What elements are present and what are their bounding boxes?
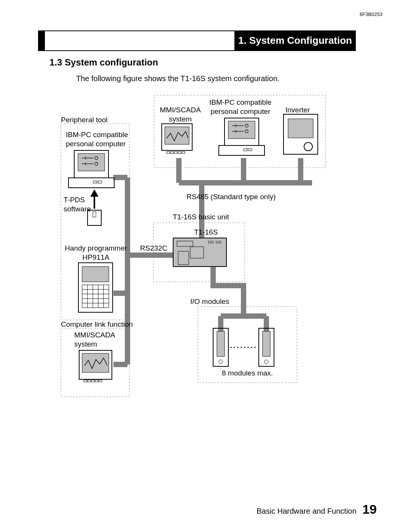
- io-module-right-icon: [259, 328, 274, 366]
- svg-point-80: [264, 360, 268, 364]
- svg-rect-0: [61, 124, 129, 320]
- inverter-icon: [284, 114, 318, 154]
- svg-rect-11: [182, 152, 185, 153]
- svg-marker-42: [91, 190, 98, 197]
- label-t116s: T1-16S: [194, 228, 218, 237]
- svg-rect-10: [178, 152, 181, 153]
- handy-programmer-icon: [78, 263, 113, 312]
- label-ibm-pc-top: IBM-PC compatible personal computer: [209, 98, 272, 116]
- footer-text: Basic Hardware and Function: [256, 507, 356, 515]
- label-rs232c: RS232C: [140, 244, 167, 253]
- svg-rect-61: [95, 380, 98, 382]
- label-ibm-pc-left: IBM-PC compatible personal computer: [66, 130, 128, 149]
- label-mmi-top: MMI/SCADA system: [160, 105, 201, 124]
- svg-point-27: [304, 142, 312, 151]
- label-rs485: RS485 (Standard type only): [186, 192, 276, 201]
- footer: Basic Hardware and Function 19: [256, 502, 377, 517]
- label-modules-max: 8 modules max.: [222, 369, 273, 378]
- io-module-left-icon: [213, 328, 228, 366]
- diagram: [0, 0, 411, 532]
- pc-top-icon: [219, 118, 264, 155]
- svg-rect-26: [288, 119, 313, 138]
- page-number: 19: [362, 502, 377, 516]
- label-mmi-left: MMI/SCADA system: [74, 331, 115, 349]
- pc-left-icon: [68, 150, 114, 188]
- mmi-top-icon: [162, 124, 192, 153]
- label-io-modules: I/O modules: [190, 297, 229, 306]
- svg-point-77: [219, 360, 223, 364]
- t1-16s-unit-icon: [173, 238, 226, 267]
- svg-rect-79: [263, 331, 270, 356]
- svg-rect-9: [174, 152, 177, 153]
- svg-rect-29: [78, 153, 105, 171]
- label-handy-prog: Handy programmer HP911A: [62, 244, 130, 262]
- svg-rect-46: [82, 267, 109, 282]
- svg-rect-22: [219, 145, 264, 155]
- svg-rect-62: [99, 380, 102, 382]
- mmi-left-icon: [79, 350, 112, 382]
- svg-rect-60: [91, 380, 94, 382]
- svg-rect-38: [68, 178, 114, 188]
- label-basic-unit: T1-16S basic unit: [173, 212, 229, 222]
- svg-rect-76: [217, 331, 225, 356]
- label-peripheral-tool: Peripheral tool: [61, 115, 108, 125]
- label-comp-link: Computer link function: [61, 320, 133, 329]
- svg-rect-66: [178, 251, 189, 265]
- svg-rect-8: [170, 152, 174, 153]
- label-tpds: T-PDS software: [64, 195, 91, 214]
- svg-rect-47: [82, 285, 109, 308]
- svg-rect-58: [84, 380, 87, 382]
- svg-rect-44: [93, 212, 96, 217]
- arrow-up-icon: [91, 190, 98, 209]
- label-inverter: Inverter: [285, 105, 310, 115]
- svg-rect-13: [228, 121, 255, 139]
- svg-rect-7: [167, 152, 170, 153]
- svg-rect-59: [88, 380, 91, 382]
